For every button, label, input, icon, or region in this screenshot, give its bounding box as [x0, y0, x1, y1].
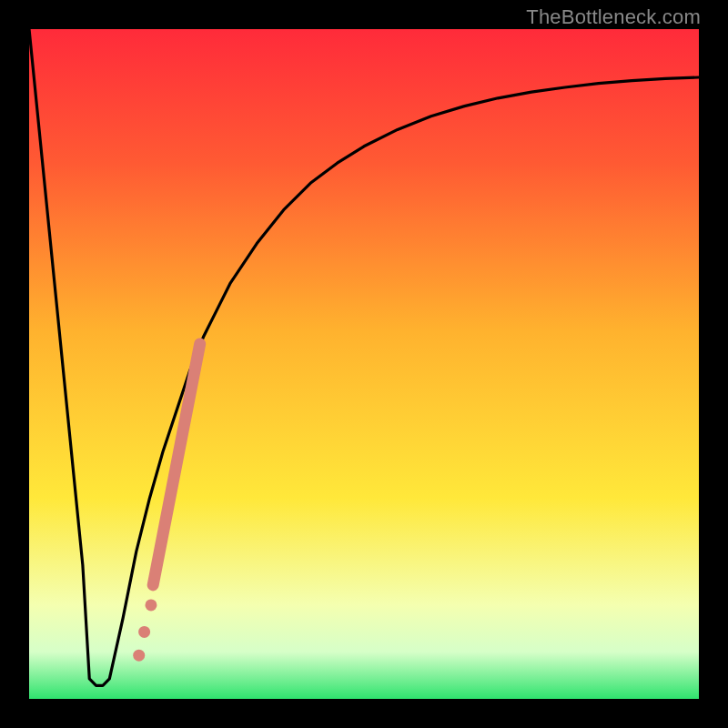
- highlight-dot: [133, 650, 145, 662]
- attribution-text: TheBottleneck.com: [526, 5, 701, 29]
- gradient-background: [29, 29, 699, 699]
- highlight-dot: [145, 599, 157, 611]
- chart-svg: [29, 29, 699, 699]
- highlight-dot: [138, 626, 150, 638]
- plot-area: [29, 29, 699, 699]
- chart-frame: TheBottleneck.com: [0, 0, 728, 728]
